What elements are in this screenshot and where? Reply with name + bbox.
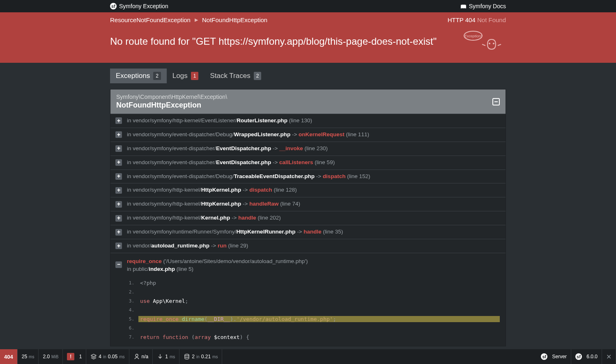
tab-exceptions[interactable]: Exceptions 2 xyxy=(110,69,167,83)
tb-unit: ms xyxy=(170,355,175,359)
code-block: 1<?php23use App\Kernel;45require_once di… xyxy=(127,279,500,342)
trace-row: in vendor/symfony/http-kernel/HttpKernel… xyxy=(110,183,506,197)
trace-fn: require_once xyxy=(127,258,162,264)
line-number: 2 xyxy=(127,289,138,295)
line-number: 4 xyxy=(127,307,138,313)
code-line: 3use App\Kernel; xyxy=(127,297,500,306)
http-text: Not Found xyxy=(477,16,506,23)
tb-server[interactable]: sf Server xyxy=(537,349,571,364)
chevron-right-icon: ▶ xyxy=(195,17,198,23)
trace-fn: onKernelRequest xyxy=(299,131,345,137)
trace-file[interactable]: EventDispatcher.php xyxy=(216,145,271,151)
code-line: 5require_once dirname(__DIR__).'/vendor/… xyxy=(127,315,500,324)
trace-row: in vendor/symfony/event-dispatcher/Event… xyxy=(110,142,506,156)
tb-status[interactable]: 404 xyxy=(0,349,18,364)
exception-panel: Symfony\Component\HttpKernel\Exception\ … xyxy=(110,89,506,346)
tb-errors[interactable]: ! 1 xyxy=(63,349,86,364)
svg-text:Exception!: Exception! xyxy=(464,34,482,38)
expand-icon[interactable] xyxy=(115,131,122,138)
trace-file[interactable]: RouterListener.php xyxy=(237,117,287,124)
trace-file[interactable]: WrappedListener.php xyxy=(234,131,290,137)
trace-line: (line 5) xyxy=(175,266,193,272)
expand-icon[interactable] xyxy=(115,201,122,208)
breadcrumb-item[interactable]: ResourceNotFoundException xyxy=(110,16,191,23)
code-text: <?php xyxy=(138,280,500,286)
tb-ajax[interactable]: 1 ms xyxy=(153,349,179,364)
tb-unit: ms xyxy=(119,355,124,359)
tb-value: 25 xyxy=(22,354,27,359)
trace-path: vendor/symfony/runtime/Runner/Symfony/ xyxy=(133,229,236,235)
trace-file[interactable]: HttpKernel.php xyxy=(201,187,241,193)
tb-status-code: 404 xyxy=(4,354,13,360)
trace-in: in xyxy=(127,229,133,235)
trace-in: in xyxy=(127,215,133,221)
download-icon xyxy=(157,353,163,360)
tb-user[interactable]: n/a xyxy=(129,349,153,364)
http-status: HTTP 404 Not Found xyxy=(448,16,506,23)
tab-label: Logs xyxy=(172,72,188,80)
trace-in: in xyxy=(127,201,133,207)
error-message: No route found for "GET https://symfony.… xyxy=(110,36,437,47)
trace-file[interactable]: HttpKernelRunner.php xyxy=(236,229,295,235)
trace-file[interactable]: EventDispatcher.php xyxy=(216,159,271,165)
expand-icon[interactable] xyxy=(115,117,122,124)
trace-in: in xyxy=(127,117,133,124)
arrow-icon: -> xyxy=(230,215,238,221)
tb-version[interactable]: sf 6.0.0 xyxy=(571,349,602,364)
trace-path: vendor/symfony/http-kernel/ xyxy=(133,215,201,221)
trace-line: (line 128) xyxy=(272,187,297,193)
trace-in: in xyxy=(127,145,133,151)
tb-value: 0.21 xyxy=(201,354,211,359)
svg-point-4 xyxy=(136,354,138,357)
expand-icon[interactable] xyxy=(115,215,122,222)
trace-path: vendor/symfony/event-dispatcher/ xyxy=(133,145,216,151)
trace-file[interactable]: TraceableEventDispatcher.php xyxy=(234,173,315,179)
tb-db[interactable]: 2 in 0.21 ms xyxy=(179,349,222,364)
tab-label: Stack Traces xyxy=(210,72,250,80)
symfony-icon: sf xyxy=(575,353,582,360)
svg-point-3 xyxy=(493,43,494,44)
svg-point-2 xyxy=(489,43,490,44)
docs-label: Symfony Docs xyxy=(469,3,506,9)
breadcrumb-item[interactable]: NotFoundHttpException xyxy=(202,16,267,23)
trace-fn: handleRaw xyxy=(249,201,278,207)
tb-layers[interactable]: 4 in 0.05 ms xyxy=(86,349,129,364)
expand-icon[interactable] xyxy=(115,173,122,180)
tb-close[interactable]: ✕ xyxy=(602,349,616,364)
tb-memory[interactable]: 2.0 MiB xyxy=(39,349,63,364)
code-line: 4 xyxy=(127,306,500,315)
trace-fn: callListeners xyxy=(279,159,313,165)
code-text: return function (array $context) { xyxy=(138,334,500,340)
tab-badge: 2 xyxy=(153,72,161,80)
tab-stack-traces[interactable]: Stack Traces 2 xyxy=(204,69,267,83)
trace-file[interactable]: HttpKernel.php xyxy=(201,201,241,207)
code-line: 6 xyxy=(127,324,500,333)
trace-file[interactable]: Kernel.php xyxy=(201,215,230,221)
expand-icon[interactable] xyxy=(115,243,122,249)
trace-line: (line 29) xyxy=(227,243,248,249)
svg-point-5 xyxy=(185,354,189,356)
trace-path: vendor/symfony/event-dispatcher/ xyxy=(133,159,216,165)
http-code: HTTP 404 xyxy=(448,16,476,23)
trace-in: in xyxy=(127,243,133,249)
collapse-button[interactable] xyxy=(492,98,500,105)
tb-value: 0.05 xyxy=(108,354,117,359)
tb-time[interactable]: 25 ms xyxy=(18,349,39,364)
expand-icon[interactable] xyxy=(115,187,122,194)
collapse-icon[interactable] xyxy=(115,261,122,268)
trace-file[interactable]: autoload_runtime.php xyxy=(151,243,209,249)
trace-row: in vendor/symfony/event-dispatcher/Event… xyxy=(110,156,506,169)
arrow-icon: -> xyxy=(315,173,323,179)
code-line: 7return function (array $context) { xyxy=(127,333,500,342)
arrow-icon: -> xyxy=(271,159,279,165)
expand-icon[interactable] xyxy=(115,229,122,236)
expand-icon[interactable] xyxy=(115,145,122,152)
docs-link[interactable]: Symfony Docs xyxy=(460,3,506,9)
tb-value: Server xyxy=(552,354,567,359)
trace-in: in xyxy=(127,173,133,179)
expand-icon[interactable] xyxy=(115,159,122,166)
tab-logs[interactable]: Logs 1 xyxy=(167,69,205,83)
line-number: 1 xyxy=(127,280,138,286)
symfony-icon: sf xyxy=(541,353,547,360)
line-number: 3 xyxy=(127,298,138,304)
